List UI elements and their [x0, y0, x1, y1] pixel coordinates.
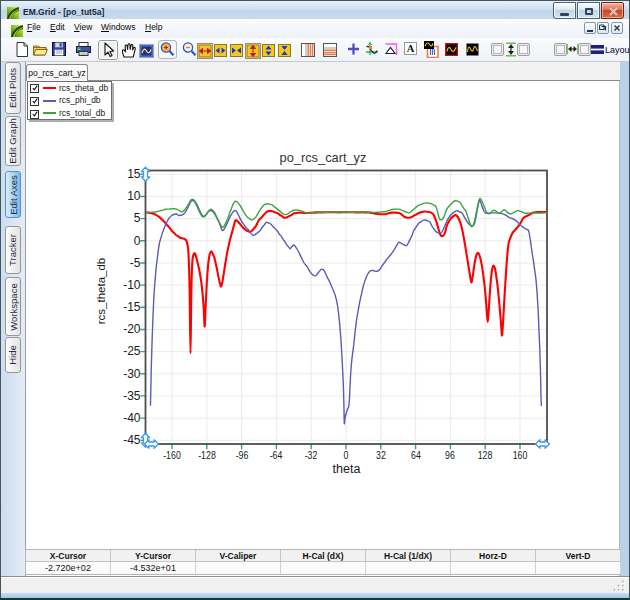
svg-text:A: A: [407, 43, 415, 54]
